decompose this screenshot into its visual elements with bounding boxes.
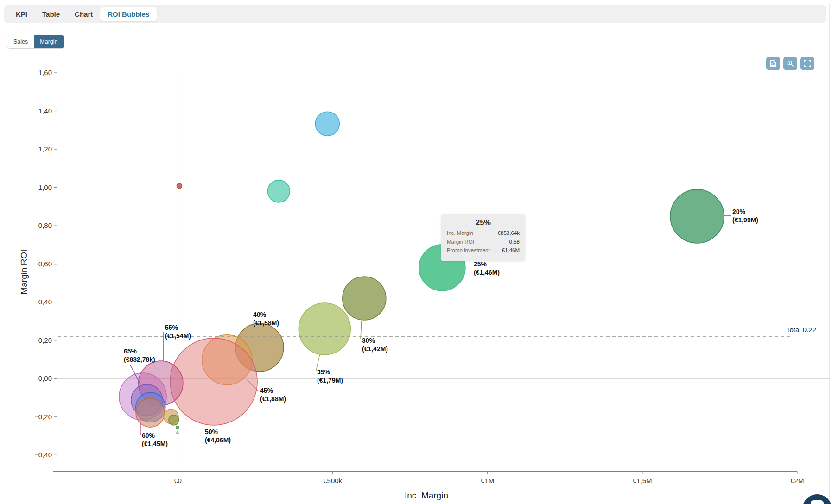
bubble-20pct-label-amount: (€1,99M) bbox=[732, 216, 758, 224]
bubble-40pct-label-pct: 40% bbox=[253, 311, 267, 318]
y-tick-label: 0,80 bbox=[38, 221, 52, 229]
bubble-olive-small[interactable] bbox=[169, 415, 179, 425]
bubble-45pct-label-amount: (€1,88M) bbox=[260, 395, 286, 403]
y-tick-label: −0,40 bbox=[34, 451, 52, 459]
y-tick-label: 0,60 bbox=[38, 260, 52, 268]
bubble-55pct-label-pct: 55% bbox=[165, 324, 178, 331]
tooltip-title: 25% bbox=[447, 218, 520, 227]
bubble-30pct-label-pct: 30% bbox=[362, 337, 375, 344]
bubble-20pct[interactable] bbox=[670, 189, 724, 243]
bubble-35pct[interactable] bbox=[299, 303, 350, 355]
y-tick-label: 1,40 bbox=[38, 107, 52, 115]
bubble-tooltip: 25% Inc. Margin €853,64k Margin ROI 0,58… bbox=[441, 214, 525, 261]
roi-bubble-chart: 1,601,401,201,000,800,600,400,200,00−0,2… bbox=[0, 0, 832, 504]
bubble-teal[interactable] bbox=[267, 180, 290, 202]
x-tick-label: €500k bbox=[323, 477, 342, 485]
y-axis-title: Margin ROI bbox=[19, 249, 29, 294]
bubble-60pct-label-amount: (€1,45M) bbox=[142, 440, 168, 447]
bubble-50pct-label-pct: 50% bbox=[205, 428, 218, 435]
bubble-30pct-label-amount: (€1,42M) bbox=[362, 345, 388, 353]
y-tick-label: 1,20 bbox=[38, 145, 52, 153]
bubble-60pct-label-pct: 60% bbox=[142, 432, 155, 439]
bubble-35pct-label-amount: (€1,79M) bbox=[317, 377, 343, 384]
y-tick-label: 0,20 bbox=[38, 336, 52, 344]
bubble-25pct-label-amount: (€1,46M) bbox=[474, 269, 500, 276]
bubble-sky-blue[interactable] bbox=[315, 112, 339, 136]
y-tick-label: −0,20 bbox=[34, 413, 52, 421]
bubble-35pct-label-pct: 35% bbox=[317, 368, 330, 376]
chat-bubble-icon bbox=[811, 500, 824, 504]
tooltip-row: Promo investment €1,46M bbox=[447, 247, 520, 253]
bubble-red-dot[interactable] bbox=[177, 183, 182, 189]
bubble-50pct-label-amount: (€4,06M) bbox=[205, 436, 231, 444]
bubble-55pct-label-amount: (€1,54M) bbox=[165, 332, 191, 340]
marker-green-caret bbox=[176, 430, 179, 434]
x-tick-label: €2M bbox=[790, 477, 804, 485]
reference-line-label: Total 0.22 bbox=[786, 326, 816, 334]
bubble-65pct-label-amount: (€832,78k) bbox=[124, 356, 155, 363]
bubble-65pct-label-pct: 65% bbox=[124, 347, 137, 355]
x-tick-label: €0 bbox=[174, 477, 182, 485]
bubble-40pct-label-amount: (€1,58M) bbox=[253, 319, 279, 327]
x-tick-label: €1,5M bbox=[633, 477, 652, 485]
bubble-30pct[interactable] bbox=[343, 277, 386, 320]
y-tick-label: 1,00 bbox=[38, 183, 52, 191]
tooltip-row: Margin ROI 0,58 bbox=[447, 239, 520, 245]
y-tick-label: 0,40 bbox=[38, 298, 52, 306]
bubble-20pct-label-pct: 20% bbox=[732, 208, 746, 215]
y-tick-label: 1,60 bbox=[38, 69, 52, 76]
bubble-25pct-label-pct: 25% bbox=[474, 260, 487, 268]
tooltip-row: Inc. Margin €853,64k bbox=[447, 230, 520, 236]
x-tick-label: €1M bbox=[481, 477, 494, 485]
bubble-green-dot[interactable] bbox=[176, 426, 179, 429]
bubble-45pct-label-pct: 45% bbox=[260, 387, 273, 394]
y-tick-label: 0,00 bbox=[38, 374, 52, 382]
x-axis-title: Inc. Margin bbox=[405, 491, 448, 500]
